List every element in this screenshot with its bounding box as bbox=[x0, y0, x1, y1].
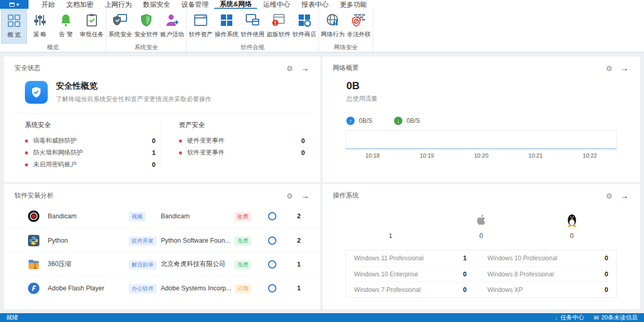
goto-arrow-icon[interactable]: → bbox=[301, 192, 309, 200]
ribbon-btn-system-security[interactable]: 系统安全 bbox=[107, 9, 133, 44]
menu-item-device-management[interactable]: 设备管理 bbox=[176, 0, 214, 9]
ribbon-btn-pirated-software[interactable]: 盗版软件 bbox=[265, 9, 291, 44]
ribbon-btn-label: 软件商店 bbox=[292, 31, 316, 38]
ribbon-btn-software-asset[interactable]: 软件资产 bbox=[188, 9, 214, 44]
software-row-bandicam[interactable]: Bandicam 视频 Bandicam 收费 2 bbox=[4, 204, 320, 228]
settings-gear-icon[interactable]: ⚙ bbox=[606, 65, 612, 72]
task-center-label: 任务中心 bbox=[561, 314, 584, 321]
menu-item-start[interactable]: 开始 bbox=[36, 0, 61, 9]
ribbon-group-label: 概览 bbox=[0, 44, 106, 52]
menu-item-ops-center[interactable]: 运维中心 bbox=[257, 0, 296, 9]
security-item[interactable]: 病毒和威胁防护 0 bbox=[25, 135, 156, 147]
os-version-cell: Windows 11 Professional 1 bbox=[354, 250, 481, 266]
security-item-label: 软件变更事件 bbox=[187, 148, 301, 157]
menu-item-doc-encryption[interactable]: 文档加密 bbox=[61, 0, 99, 9]
ribbon-btn-operating-system[interactable]: 操作系统 bbox=[214, 9, 240, 44]
security-item[interactable]: 硬件变更事件 0 bbox=[179, 135, 305, 147]
download-task-icon: ↓ bbox=[555, 315, 558, 321]
settings-gear-icon[interactable]: ⚙ bbox=[286, 192, 293, 200]
ribbon-btn-software-store[interactable]: 软件商店 bbox=[291, 9, 317, 44]
software-vendor: Adobe Systems Incorp... bbox=[161, 285, 234, 292]
unread-messages-button[interactable]: ✉ 20条未读信息 bbox=[594, 314, 638, 321]
ribbon-btn-software-usage[interactable]: 软件使用 bbox=[240, 9, 265, 44]
policy-sliders-icon bbox=[32, 12, 48, 28]
app-menu-button[interactable]: ▾ bbox=[0, 0, 29, 9]
install-count: 2 bbox=[280, 237, 301, 244]
menu-item-more-features[interactable]: 更多功能 bbox=[334, 0, 372, 9]
security-item[interactable]: 未启用密码账户 0 bbox=[25, 159, 156, 171]
x-tick: 10:20 bbox=[454, 152, 509, 159]
python-app-icon bbox=[27, 234, 40, 247]
software-row-flash-player[interactable]: Adobe Flash Player 办公软件 Adobe Systems In… bbox=[4, 276, 320, 300]
ribbon-btn-account-activity[interactable]: 账户活动 bbox=[159, 9, 185, 44]
total-traffic-label: 总使用流量 bbox=[346, 94, 640, 103]
360zip-app-icon bbox=[27, 258, 40, 271]
ribbon-group-label: 系统安全 bbox=[106, 44, 186, 52]
os-version-count: 0 bbox=[605, 271, 608, 278]
software-vendor: 北京奇虎科技有限公司 bbox=[161, 260, 234, 269]
price-tag: 订阅 bbox=[234, 284, 251, 293]
security-item-value: 0 bbox=[301, 149, 305, 157]
approval-clipboard-icon bbox=[84, 12, 100, 28]
download-rate: ↓ 0B/S bbox=[394, 117, 420, 125]
menu-item-data-security[interactable]: 数据安全 bbox=[137, 0, 176, 9]
install-ratio-ring-icon bbox=[268, 212, 276, 220]
chart-x-axis: 10:18 10:19 10:20 10:21 10:22 bbox=[345, 152, 617, 159]
ribbon-btn-security-software[interactable]: 安全软件 bbox=[133, 9, 159, 44]
price-tag: 收费 bbox=[234, 212, 251, 221]
security-item-label: 未启用密码账户 bbox=[33, 160, 152, 169]
task-center-button[interactable]: ↓ 任务中心 bbox=[555, 314, 584, 321]
upload-rate-value: 0B/S bbox=[359, 117, 372, 124]
ribbon-btn-alert[interactable]: 告 警 bbox=[53, 9, 79, 44]
os-version-table: Windows 11 Professional 1 Windows 10 Pro… bbox=[345, 250, 617, 298]
security-item-value: 0 bbox=[152, 161, 156, 169]
ribbon-group-overview: 概 览 策 略 告 警 bbox=[0, 9, 106, 52]
ribbon-btn-policy[interactable]: 策 略 bbox=[27, 9, 53, 44]
os-version-label: Windows 10 Professional bbox=[487, 255, 605, 262]
os-version-cell: Windows 10 Professional 0 bbox=[481, 250, 608, 266]
software-row-360zip[interactable]: 360压缩 解压刻录 北京奇虎科技有限公司 免费 1 bbox=[4, 252, 320, 276]
security-overview-title: 安全性概览 bbox=[56, 81, 212, 92]
bandicam-app-icon bbox=[27, 209, 40, 223]
statusbar: 就绪 ↓ 任务中心 ✉ 20条未读信息 bbox=[0, 313, 644, 322]
panel-title: 安全状态 bbox=[15, 64, 40, 73]
network-traffic-chart[interactable] bbox=[345, 130, 617, 149]
status-ready-text: 就绪 bbox=[6, 314, 555, 321]
software-row-python[interactable]: Python 软件开发 Python Software Foun... 免费 2 bbox=[4, 228, 320, 252]
security-item[interactable]: 防火墙和网络防护 1 bbox=[25, 147, 156, 159]
software-name: Adobe Flash Player bbox=[48, 285, 129, 292]
upload-arrow-icon: ↑ bbox=[346, 117, 355, 125]
platform-apple: 0 bbox=[436, 212, 527, 240]
red-dot-icon bbox=[25, 151, 28, 155]
os-version-count: 0 bbox=[463, 271, 467, 278]
panel-software-analysis: 软件安装分析 ⚙ → Bandicam 视频 Bandicam 收费 2 bbox=[4, 184, 320, 309]
menu-item-web-behavior[interactable]: 上网行为 bbox=[99, 0, 137, 9]
os-table-row: Windows 11 Professional 1 Windows 10 Pro… bbox=[354, 250, 608, 266]
install-count: 2 bbox=[280, 213, 301, 220]
ribbon-btn-label: 安全软件 bbox=[134, 31, 158, 38]
ribbon-btn-network-behavior[interactable]: 网络行为 bbox=[320, 9, 346, 44]
ribbon-btn-label: 软件资产 bbox=[189, 31, 213, 38]
ribbon-btn-approval-tasks[interactable]: 审批任务 bbox=[79, 9, 105, 44]
settings-gear-icon[interactable]: ⚙ bbox=[606, 192, 612, 200]
illegal-connection-shield-icon bbox=[351, 12, 367, 28]
security-item[interactable]: 软件变更事件 0 bbox=[179, 147, 305, 159]
os-version-label: Windows 8 Professional bbox=[487, 271, 605, 278]
alert-bell-icon bbox=[58, 12, 74, 28]
goto-arrow-icon[interactable]: → bbox=[621, 64, 628, 72]
ribbon: 概 览 策 略 告 警 bbox=[0, 9, 644, 52]
dashboard: 安全状态 ⚙ → 安全性概览 了解终端当前系统安全性和资产变更情况并采取必要操作… bbox=[0, 52, 644, 313]
ribbon-btn-label: 操作系统 bbox=[215, 31, 239, 38]
goto-arrow-icon[interactable]: → bbox=[301, 64, 309, 72]
platform-linux: 0 bbox=[526, 212, 617, 240]
security-overview-subtitle: 了解终端当前系统安全性和资产变更情况并采取必要操作 bbox=[56, 95, 212, 104]
install-count: 1 bbox=[280, 261, 301, 268]
menu-item-system-network[interactable]: 系统&网络 bbox=[214, 0, 257, 9]
settings-gear-icon[interactable]: ⚙ bbox=[286, 65, 293, 72]
ribbon-btn-illegal-connection[interactable]: 非法外联 bbox=[346, 9, 372, 44]
software-vendor: Bandicam bbox=[161, 213, 234, 220]
red-dot-icon bbox=[179, 151, 182, 155]
menu-item-report-center[interactable]: 报表中心 bbox=[296, 0, 334, 9]
goto-arrow-icon[interactable]: → bbox=[621, 192, 628, 200]
ribbon-btn-overview[interactable]: 概 览 bbox=[1, 9, 27, 44]
